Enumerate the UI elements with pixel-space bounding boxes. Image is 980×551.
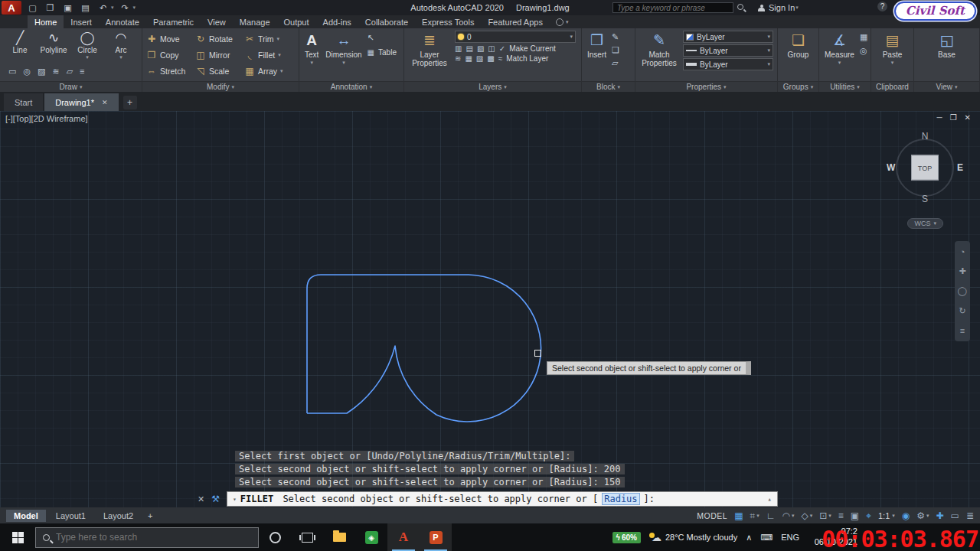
arc-tool-button[interactable]: ◠Arc▾ bbox=[105, 31, 137, 60]
annotation-monitor-icon[interactable]: ✚ bbox=[936, 510, 944, 521]
layer-isolate-icon[interactable]: ▤ bbox=[466, 44, 472, 53]
annotation-panel-label[interactable]: Annotation▾ bbox=[299, 81, 403, 92]
layout2-tab[interactable]: Layout2 bbox=[96, 510, 141, 522]
object-color-dropdown[interactable]: ByLayer▾ bbox=[683, 31, 773, 43]
command-customize-wrench-icon[interactable]: ⚒ bbox=[211, 494, 220, 504]
object-snap-icon[interactable]: ⊡▾ bbox=[819, 510, 831, 521]
block-panel-label[interactable]: Block▾ bbox=[582, 81, 635, 92]
table-button[interactable]: ▦Table bbox=[368, 48, 397, 57]
layer-properties-button[interactable]: ≣Layer Properties bbox=[408, 31, 451, 68]
ribbon-tab-addins[interactable]: Add-ins bbox=[316, 15, 358, 28]
recent-commands-caret-icon[interactable]: ▾ bbox=[233, 496, 237, 503]
properties-panel-label[interactable]: Properties▾ bbox=[635, 81, 777, 92]
base-button[interactable]: ◱Base bbox=[936, 31, 957, 60]
group-button[interactable]: ❏Group bbox=[786, 31, 811, 60]
layer-freeze-icon[interactable]: ▧ bbox=[477, 44, 484, 53]
close-tab-icon[interactable]: ✕ bbox=[102, 99, 108, 106]
green-app-button[interactable]: ◈ bbox=[355, 523, 387, 551]
redo-icon[interactable]: ↷ bbox=[119, 3, 132, 13]
taskbar-search[interactable] bbox=[35, 527, 259, 548]
match-layer-button[interactable]: ≈Match Layer bbox=[498, 54, 549, 63]
ribbon-tab-view[interactable]: View bbox=[201, 15, 233, 28]
circle-tool-button[interactable]: ◯Circle▾ bbox=[71, 31, 103, 60]
new-layout-button[interactable]: + bbox=[143, 511, 157, 520]
workspace-switching-icon[interactable]: ⚙▾ bbox=[916, 510, 929, 521]
cortana-button[interactable] bbox=[259, 523, 291, 551]
sign-in-button[interactable]: Sign In ▾ bbox=[758, 0, 799, 15]
fillet-polyline-shape[interactable] bbox=[307, 275, 541, 422]
command-close-icon[interactable]: ✕ bbox=[198, 494, 204, 504]
move-button[interactable]: ✚Move bbox=[146, 34, 195, 44]
save-icon[interactable]: ▣ bbox=[61, 3, 74, 13]
file-explorer-button[interactable] bbox=[323, 523, 355, 551]
fillet-button[interactable]: ◟Fillet▾ bbox=[244, 50, 293, 60]
start-button[interactable] bbox=[0, 523, 35, 551]
task-view-button[interactable] bbox=[291, 523, 323, 551]
trim-button[interactable]: ✂Trim▾ bbox=[244, 34, 293, 44]
text-button[interactable]: AText▾ bbox=[303, 31, 320, 67]
line-tool-button[interactable]: ╱Line bbox=[4, 31, 36, 60]
lineweight-toggle-icon[interactable]: ≡ bbox=[838, 510, 844, 521]
ribbon-tab-parametric[interactable]: Parametric bbox=[146, 15, 201, 28]
layer-unlock-icon[interactable]: ▩ bbox=[487, 54, 494, 63]
clean-screen-icon[interactable]: ▭ bbox=[951, 510, 959, 521]
open-file-icon[interactable]: ❒ bbox=[44, 3, 57, 13]
touch-keyboard-icon[interactable]: ⌨ bbox=[760, 533, 773, 543]
id-point-icon[interactable]: ◎ bbox=[860, 46, 867, 56]
battery-indicator[interactable]: ϟ60% bbox=[612, 532, 641, 543]
spline-icon[interactable]: ≋ bbox=[52, 67, 59, 77]
groups-panel-label[interactable]: Groups▾ bbox=[778, 81, 818, 92]
hatch-icon[interactable]: ▨ bbox=[38, 67, 45, 77]
file-tab-start[interactable]: Start bbox=[4, 93, 43, 111]
layer-off-icon[interactable]: ≋ bbox=[455, 54, 461, 63]
ribbon-tab-featured-apps[interactable]: Featured Apps bbox=[481, 15, 550, 28]
ellipse-icon[interactable]: ◎ bbox=[23, 67, 31, 77]
radius-option-button[interactable]: Radius bbox=[602, 493, 639, 505]
redo-caret-icon[interactable]: ▾ bbox=[133, 5, 136, 11]
draw-panel-label[interactable]: Draw▾ bbox=[0, 81, 142, 92]
autocad-logo-icon[interactable]: A bbox=[2, 1, 21, 15]
modify-panel-label[interactable]: Modify▾ bbox=[142, 81, 299, 92]
layer-select-dropdown[interactable]: 0 ▾ bbox=[455, 31, 576, 43]
annotation-visibility-icon[interactable]: ◉ bbox=[902, 510, 910, 521]
help-icon[interactable]: ? bbox=[877, 2, 887, 11]
make-current-button[interactable]: ✓Make Current bbox=[499, 44, 556, 53]
layer-state-icon[interactable]: ▥ bbox=[455, 44, 462, 53]
dynamic-input-icon[interactable]: ⌖ bbox=[866, 510, 871, 521]
stretch-button[interactable]: ⇔Stretch bbox=[146, 66, 195, 77]
ortho-mode-icon[interactable]: ∟ bbox=[766, 510, 776, 521]
keyword-search-input[interactable] bbox=[612, 2, 733, 13]
annotation-scale-control[interactable]: 1:1▾ bbox=[878, 511, 895, 520]
weather-widget[interactable]: ☁28°C Mostly cloudy bbox=[649, 532, 737, 543]
block-editor-icon[interactable]: ▱ bbox=[612, 58, 619, 68]
drawing-viewport[interactable]: [-][Top][2D Wireframe] ─ ❐ ✕ N S W E TOP… bbox=[0, 111, 980, 507]
autocad-taskbar-button[interactable]: A bbox=[387, 523, 420, 551]
layers-panel-label[interactable]: Layers▾ bbox=[404, 81, 581, 92]
create-block-icon[interactable]: ✎ bbox=[612, 32, 619, 42]
scale-button[interactable]: ◹Scale bbox=[195, 66, 244, 77]
undo-caret-icon[interactable]: ▾ bbox=[111, 5, 114, 11]
hidden-icons-chevron[interactable]: ∧ bbox=[746, 533, 752, 543]
array-button[interactable]: ▦Array▾ bbox=[244, 66, 293, 77]
command-input-bar[interactable]: ▾ FILLET Select second object or shift-s… bbox=[227, 491, 778, 507]
quick-calc-icon[interactable]: ▦ bbox=[860, 32, 867, 42]
taskbar-search-input[interactable] bbox=[56, 532, 224, 543]
new-file-icon[interactable]: ▢ bbox=[26, 3, 39, 13]
undo-icon[interactable]: ↶ bbox=[96, 3, 109, 13]
language-indicator[interactable]: ENG bbox=[781, 533, 799, 542]
ribbon-tab-output[interactable]: Output bbox=[277, 15, 316, 28]
layer-merge-icon[interactable]: ▦ bbox=[465, 54, 472, 63]
multiline-icon[interactable]: ≡ bbox=[80, 67, 84, 77]
ribbon-tab-insert[interactable]: Insert bbox=[64, 15, 99, 28]
rectangle-icon[interactable]: ▭ bbox=[8, 67, 16, 77]
drawing-geometry[interactable] bbox=[0, 111, 980, 507]
command-history-up-icon[interactable]: ▴ bbox=[768, 495, 772, 503]
plot-icon[interactable]: ▤ bbox=[79, 3, 92, 13]
ribbon-tab-annotate[interactable]: Annotate bbox=[99, 15, 146, 28]
utilities-panel-label[interactable]: Utilities▾ bbox=[819, 81, 871, 92]
layer-thaw-icon[interactable]: ▨ bbox=[476, 54, 483, 63]
region-icon[interactable]: ▱ bbox=[67, 67, 73, 77]
file-tab-drawing1[interactable]: Drawing1*✕ bbox=[44, 93, 118, 111]
paste-button[interactable]: ▤Paste▾ bbox=[881, 31, 904, 67]
isometric-drafting-icon[interactable]: ◇▾ bbox=[802, 510, 813, 521]
